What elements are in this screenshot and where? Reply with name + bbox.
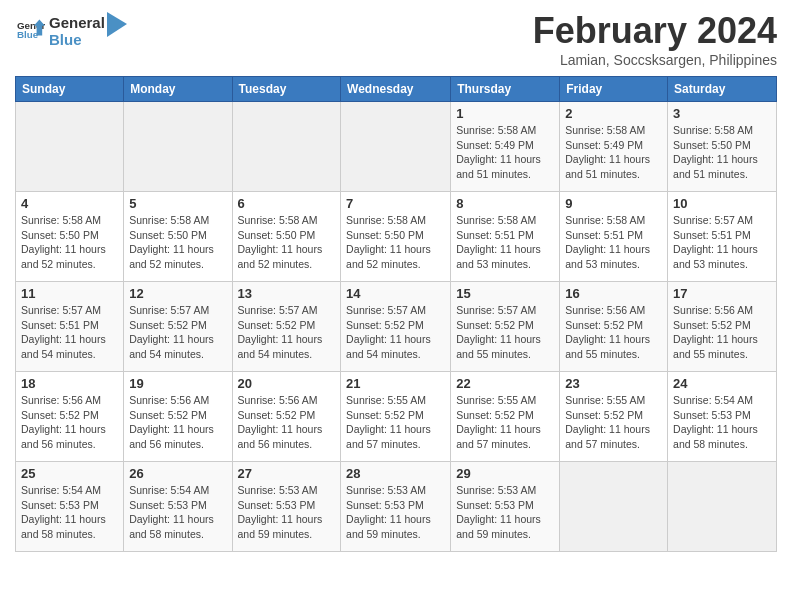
day-number: 28 [346,466,445,481]
calendar-cell [16,102,124,192]
day-info: Sunrise: 5:58 AM Sunset: 5:50 PM Dayligh… [673,123,771,182]
calendar-cell: 13Sunrise: 5:57 AM Sunset: 5:52 PM Dayli… [232,282,341,372]
day-number: 17 [673,286,771,301]
day-number: 7 [346,196,445,211]
day-info: Sunrise: 5:57 AM Sunset: 5:52 PM Dayligh… [129,303,226,362]
calendar-week-row: 18Sunrise: 5:56 AM Sunset: 5:52 PM Dayli… [16,372,777,462]
day-number: 29 [456,466,554,481]
day-number: 2 [565,106,662,121]
weekday-header-thursday: Thursday [451,77,560,102]
calendar-week-row: 25Sunrise: 5:54 AM Sunset: 5:53 PM Dayli… [16,462,777,552]
day-number: 13 [238,286,336,301]
title-area: February 2024 Lamian, Soccsksargen, Phil… [533,10,777,68]
calendar-title: February 2024 [533,10,777,52]
calendar-cell: 19Sunrise: 5:56 AM Sunset: 5:52 PM Dayli… [124,372,232,462]
calendar-cell: 21Sunrise: 5:55 AM Sunset: 5:52 PM Dayli… [341,372,451,462]
calendar-cell: 10Sunrise: 5:57 AM Sunset: 5:51 PM Dayli… [668,192,777,282]
day-info: Sunrise: 5:56 AM Sunset: 5:52 PM Dayligh… [238,393,336,452]
weekday-header-monday: Monday [124,77,232,102]
calendar-week-row: 4Sunrise: 5:58 AM Sunset: 5:50 PM Daylig… [16,192,777,282]
day-number: 25 [21,466,118,481]
calendar-cell: 14Sunrise: 5:57 AM Sunset: 5:52 PM Dayli… [341,282,451,372]
day-number: 26 [129,466,226,481]
day-info: Sunrise: 5:58 AM Sunset: 5:51 PM Dayligh… [456,213,554,272]
calendar-cell: 6Sunrise: 5:58 AM Sunset: 5:50 PM Daylig… [232,192,341,282]
day-info: Sunrise: 5:58 AM Sunset: 5:50 PM Dayligh… [21,213,118,272]
day-info: Sunrise: 5:58 AM Sunset: 5:49 PM Dayligh… [456,123,554,182]
calendar-cell: 24Sunrise: 5:54 AM Sunset: 5:53 PM Dayli… [668,372,777,462]
svg-text:Blue: Blue [17,29,39,40]
page-header: General Blue General Blue February 2024 … [15,10,777,68]
calendar-cell: 12Sunrise: 5:57 AM Sunset: 5:52 PM Dayli… [124,282,232,372]
day-info: Sunrise: 5:57 AM Sunset: 5:52 PM Dayligh… [238,303,336,362]
svg-marker-3 [107,12,127,37]
calendar-cell [341,102,451,192]
logo-icon: General Blue [17,16,45,44]
day-info: Sunrise: 5:56 AM Sunset: 5:52 PM Dayligh… [565,303,662,362]
day-number: 10 [673,196,771,211]
calendar-subtitle: Lamian, Soccsksargen, Philippines [533,52,777,68]
day-number: 8 [456,196,554,211]
calendar-cell [560,462,668,552]
day-number: 27 [238,466,336,481]
day-number: 19 [129,376,226,391]
day-number: 4 [21,196,118,211]
day-number: 5 [129,196,226,211]
calendar-cell: 11Sunrise: 5:57 AM Sunset: 5:51 PM Dayli… [16,282,124,372]
day-number: 15 [456,286,554,301]
day-number: 14 [346,286,445,301]
calendar-cell: 29Sunrise: 5:53 AM Sunset: 5:53 PM Dayli… [451,462,560,552]
calendar-cell: 28Sunrise: 5:53 AM Sunset: 5:53 PM Dayli… [341,462,451,552]
weekday-header-friday: Friday [560,77,668,102]
day-number: 9 [565,196,662,211]
calendar-cell: 18Sunrise: 5:56 AM Sunset: 5:52 PM Dayli… [16,372,124,462]
day-number: 18 [21,376,118,391]
day-number: 6 [238,196,336,211]
day-info: Sunrise: 5:54 AM Sunset: 5:53 PM Dayligh… [129,483,226,542]
calendar-week-row: 11Sunrise: 5:57 AM Sunset: 5:51 PM Dayli… [16,282,777,372]
calendar-cell: 17Sunrise: 5:56 AM Sunset: 5:52 PM Dayli… [668,282,777,372]
calendar-cell: 7Sunrise: 5:58 AM Sunset: 5:50 PM Daylig… [341,192,451,282]
day-number: 22 [456,376,554,391]
calendar-cell [668,462,777,552]
day-number: 1 [456,106,554,121]
calendar-cell [124,102,232,192]
calendar-cell: 16Sunrise: 5:56 AM Sunset: 5:52 PM Dayli… [560,282,668,372]
calendar-cell: 5Sunrise: 5:58 AM Sunset: 5:50 PM Daylig… [124,192,232,282]
day-number: 23 [565,376,662,391]
logo: General Blue General Blue [15,15,127,48]
weekday-header-saturday: Saturday [668,77,777,102]
calendar-cell: 4Sunrise: 5:58 AM Sunset: 5:50 PM Daylig… [16,192,124,282]
calendar-cell: 25Sunrise: 5:54 AM Sunset: 5:53 PM Dayli… [16,462,124,552]
day-info: Sunrise: 5:56 AM Sunset: 5:52 PM Dayligh… [21,393,118,452]
calendar-cell: 15Sunrise: 5:57 AM Sunset: 5:52 PM Dayli… [451,282,560,372]
day-info: Sunrise: 5:58 AM Sunset: 5:51 PM Dayligh… [565,213,662,272]
day-number: 24 [673,376,771,391]
day-info: Sunrise: 5:57 AM Sunset: 5:51 PM Dayligh… [21,303,118,362]
day-info: Sunrise: 5:58 AM Sunset: 5:50 PM Dayligh… [129,213,226,272]
day-number: 3 [673,106,771,121]
day-info: Sunrise: 5:57 AM Sunset: 5:51 PM Dayligh… [673,213,771,272]
calendar-cell [232,102,341,192]
day-info: Sunrise: 5:57 AM Sunset: 5:52 PM Dayligh… [456,303,554,362]
weekday-header-wednesday: Wednesday [341,77,451,102]
day-info: Sunrise: 5:53 AM Sunset: 5:53 PM Dayligh… [456,483,554,542]
day-number: 21 [346,376,445,391]
calendar-cell: 8Sunrise: 5:58 AM Sunset: 5:51 PM Daylig… [451,192,560,282]
day-info: Sunrise: 5:56 AM Sunset: 5:52 PM Dayligh… [673,303,771,362]
weekday-header-sunday: Sunday [16,77,124,102]
day-info: Sunrise: 5:55 AM Sunset: 5:52 PM Dayligh… [565,393,662,452]
calendar-cell: 20Sunrise: 5:56 AM Sunset: 5:52 PM Dayli… [232,372,341,462]
day-info: Sunrise: 5:54 AM Sunset: 5:53 PM Dayligh… [21,483,118,542]
day-info: Sunrise: 5:57 AM Sunset: 5:52 PM Dayligh… [346,303,445,362]
day-info: Sunrise: 5:54 AM Sunset: 5:53 PM Dayligh… [673,393,771,452]
day-info: Sunrise: 5:58 AM Sunset: 5:50 PM Dayligh… [238,213,336,272]
weekday-header-row: SundayMondayTuesdayWednesdayThursdayFrid… [16,77,777,102]
calendar-table: SundayMondayTuesdayWednesdayThursdayFrid… [15,76,777,552]
day-info: Sunrise: 5:53 AM Sunset: 5:53 PM Dayligh… [238,483,336,542]
day-info: Sunrise: 5:56 AM Sunset: 5:52 PM Dayligh… [129,393,226,452]
day-number: 16 [565,286,662,301]
day-info: Sunrise: 5:55 AM Sunset: 5:52 PM Dayligh… [346,393,445,452]
day-number: 11 [21,286,118,301]
calendar-cell: 26Sunrise: 5:54 AM Sunset: 5:53 PM Dayli… [124,462,232,552]
